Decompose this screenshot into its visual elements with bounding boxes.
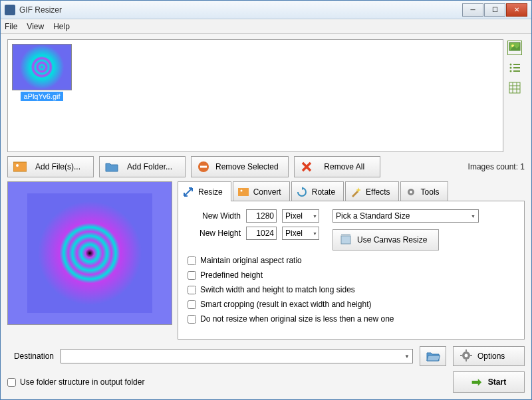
new-width-label: New Width	[188, 211, 241, 221]
svg-point-2	[510, 64, 512, 66]
check-no-resize[interactable]	[188, 315, 196, 324]
view-details-icon[interactable]	[507, 80, 522, 95]
check-smart-cropping[interactable]	[188, 300, 196, 309]
titlebar: GIF Resizer ─ ☐ ✕	[1, 1, 531, 19]
destination-label: Destination	[7, 351, 54, 361]
maximize-button[interactable]: ☐	[484, 3, 505, 17]
view-list-icon[interactable]	[507, 60, 522, 75]
preview-image	[27, 193, 152, 313]
effects-icon	[350, 186, 362, 198]
start-button[interactable]: ➡ Start	[453, 371, 525, 393]
canvas-icon	[340, 233, 352, 247]
svg-point-4	[510, 67, 512, 69]
thumbnail-image	[12, 44, 72, 90]
tab-convert[interactable]: Convert	[233, 181, 290, 201]
standard-size-select[interactable]: Pick a Standard Size	[332, 209, 479, 223]
remove-selected-button[interactable]: Remove Selected	[191, 156, 289, 177]
svg-point-6	[510, 70, 512, 72]
height-unit-select[interactable]: Pixel	[282, 227, 319, 240]
resize-panel: New Width Pixel New Height Pixel	[178, 201, 525, 340]
svg-rect-30	[470, 355, 472, 356]
svg-rect-19	[238, 188, 249, 196]
preview-pane	[7, 181, 172, 325]
svg-rect-29	[460, 355, 462, 356]
svg-point-14	[16, 164, 19, 167]
menu-file[interactable]: File	[5, 22, 17, 31]
app-icon	[5, 5, 15, 15]
minimize-button[interactable]: ─	[462, 3, 483, 17]
menubar: File View Help	[1, 19, 531, 34]
gear-icon	[405, 186, 417, 198]
check-predefined-height[interactable]	[188, 271, 196, 280]
remove-icon	[197, 160, 210, 173]
add-files-button[interactable]: Add File(s)...	[7, 156, 94, 177]
menu-help[interactable]: Help	[53, 22, 70, 31]
window-title: GIF Resizer	[19, 5, 462, 15]
add-folder-button[interactable]: Add Folder...	[99, 156, 186, 177]
svg-rect-7	[513, 70, 520, 72]
images-count-label: Images count: 1	[468, 162, 525, 171]
svg-rect-16	[200, 166, 207, 168]
resize-icon	[182, 186, 194, 198]
folder-open-icon	[426, 350, 440, 362]
folder-icon	[105, 160, 118, 173]
svg-point-26	[465, 353, 468, 357]
new-height-input[interactable]	[246, 227, 277, 240]
svg-rect-28	[466, 359, 467, 361]
new-width-input[interactable]	[246, 209, 277, 223]
remove-all-icon	[300, 160, 313, 173]
svg-rect-13	[13, 162, 27, 171]
rotate-icon	[296, 186, 308, 198]
convert-icon	[237, 186, 249, 198]
check-switch-sides[interactable]	[188, 286, 196, 294]
new-height-label: New Height	[188, 229, 241, 238]
svg-rect-3	[513, 64, 520, 65]
browse-destination-button[interactable]	[420, 346, 446, 366]
tab-resize[interactable]: Resize	[178, 181, 231, 201]
list-item[interactable]: aPlqYv6.gif	[12, 44, 72, 101]
svg-rect-5	[513, 67, 520, 68]
menu-view[interactable]: View	[27, 22, 44, 31]
remove-all-button[interactable]: Remove All	[294, 156, 380, 177]
options-button[interactable]: Options	[453, 346, 525, 366]
width-unit-select[interactable]: Pixel	[282, 209, 319, 223]
svg-point-20	[240, 189, 242, 191]
thumbnail-label: aPlqYv6.gif	[21, 92, 63, 101]
check-folder-structure[interactable]	[7, 378, 16, 387]
gear-icon	[460, 350, 472, 363]
start-arrow-icon: ➡	[471, 375, 481, 389]
svg-rect-8	[509, 82, 520, 93]
thumbnail-list[interactable]: aPlqYv6.gif	[7, 39, 503, 152]
svg-point-22	[410, 191, 412, 193]
close-button[interactable]: ✕	[506, 3, 527, 17]
canvas-resize-button[interactable]: Use Canvas Resize	[332, 229, 439, 250]
add-file-icon	[13, 160, 27, 173]
svg-rect-23	[341, 236, 350, 244]
svg-rect-27	[466, 350, 467, 351]
tab-effects[interactable]: Effects	[345, 181, 398, 201]
view-thumbnails-icon[interactable]	[507, 41, 522, 55]
destination-combo[interactable]	[61, 349, 413, 363]
tab-tools[interactable]: Tools	[400, 181, 448, 201]
check-aspect-ratio[interactable]	[188, 256, 196, 265]
tab-rotate[interactable]: Rotate	[291, 181, 344, 201]
